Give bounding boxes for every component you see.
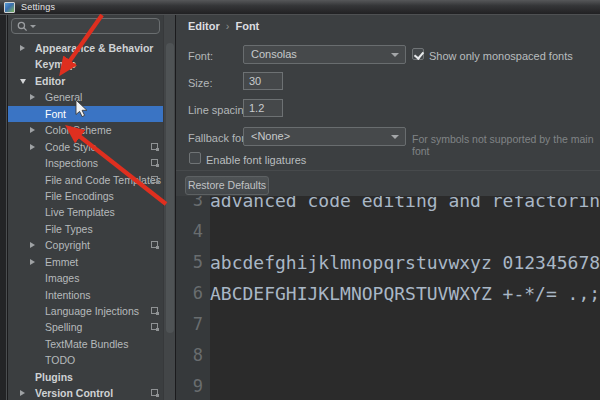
window-title: Settings [21,2,55,12]
settings-tree: Appearance & BehaviorKeymapEditorGeneral… [8,40,163,400]
sidebar-item-language-injections[interactable]: Language Injections [8,303,163,319]
editor-lines: 3advanced code editing and refactoring s… [176,196,600,400]
sidebar-item-copyright[interactable]: Copyright [8,237,163,253]
fallback-font-select[interactable]: <None> [243,127,406,146]
line-number: 6 [176,278,210,309]
sidebar-item-label: Editor [35,73,65,89]
sidebar-item-label: Color Scheme [45,122,112,138]
size-label: Size: [188,77,212,89]
sidebar-item-label: Appearance & Behavior [35,40,153,56]
tree-collapsed-icon[interactable] [30,259,35,265]
size-input[interactable]: 30 [243,72,283,90]
sidebar-item-keymap[interactable]: Keymap [8,56,163,72]
per-project-settings-icon [151,307,158,314]
restore-defaults-button[interactable]: Restore Defaults [185,176,269,195]
editor-line: 7 [176,309,600,340]
tree-collapsed-icon[interactable] [30,94,35,100]
tree-collapsed-icon[interactable] [30,127,35,133]
search-icon [17,21,28,32]
sidebar-item-label: Spelling [45,319,82,335]
sidebar-item-appearance-behavior[interactable]: Appearance & Behavior [8,40,163,56]
tree-collapsed-icon[interactable] [30,144,35,150]
show-monospaced-checkbox[interactable] [412,48,424,60]
per-project-settings-icon [151,176,158,183]
line-spacing-input[interactable]: 1.2 [243,99,283,117]
sidebar-item-label: TODO [45,352,75,368]
sidebar-item-label: Live Templates [45,204,115,220]
sidebar-item-label: File and Code Templates [45,172,161,188]
editor-line: 9 [176,371,600,400]
tree-collapsed-icon[interactable] [30,242,35,248]
line-text: ABCDEFGHIJKLMNOPQRSTUVWXYZ +-*/= .,;:!? … [210,283,600,304]
line-text: abcdefghijklmnopqrstuvwxyz 0123456789 ()… [210,252,600,273]
editor-line: 3advanced code editing and refactoring s… [176,196,600,216]
sidebar-scrollbar-thumb[interactable] [166,43,174,333]
settings-content-panel: Editor›Font Font: Consolas Show only mon… [176,15,600,400]
settings-window: Settings Appearance & BehaviorKeymapEdit… [0,0,600,400]
sidebar-item-font[interactable]: Font [8,106,163,122]
sidebar-item-label: Keymap [35,56,76,72]
sidebar-item-code-style[interactable]: Code Style [8,139,163,155]
sidebar-item-emmet[interactable]: Emmet [8,254,163,270]
sidebar-item-live-templates[interactable]: Live Templates [8,204,163,220]
sidebar-item-inspections[interactable]: Inspections [8,155,163,171]
breadcrumb-font: Font [235,20,259,32]
per-project-settings-icon [151,389,158,396]
sidebar-item-textmate-bundles[interactable]: TextMate Bundles [8,336,163,352]
font-ligatures-label[interactable]: Enable font ligatures [206,154,306,166]
per-project-settings-icon [151,241,158,248]
sidebar-item-file-encodings[interactable]: File Encodings [8,188,163,204]
sidebar-item-file-types[interactable]: File Types [8,221,163,237]
per-project-settings-icon [151,143,158,150]
sidebar-item-label: General [45,89,82,105]
window-left-border [0,15,7,400]
line-number: 8 [176,340,210,371]
sidebar-item-label: Version Control [35,385,113,400]
sidebar-item-label: Images [45,270,79,286]
sidebar-item-label: Code Style [45,139,96,155]
editor-line: 6ABCDEFGHIJKLMNOPQRSTUVWXYZ +-*/= .,;:!?… [176,278,600,309]
sidebar-item-file-and-code-templates[interactable]: File and Code Templates [8,172,163,188]
settings-window-icon [4,2,15,13]
sidebar-item-plugins[interactable]: Plugins [8,369,163,385]
font-family-value: Consolas [251,48,297,60]
sidebar-item-spelling[interactable]: Spelling [8,319,163,335]
font-ligatures-checkbox[interactable] [189,152,201,164]
line-number: 3 [176,196,210,216]
fallback-font-hint: For symbols not supported by the main fo… [412,133,600,157]
sidebar-item-label: Plugins [35,369,73,385]
fallback-font-value: <None> [251,130,290,142]
sidebar-item-todo[interactable]: TODO [8,352,163,368]
editor-line: 8 [176,340,600,371]
breadcrumb-editor[interactable]: Editor [188,20,220,32]
sidebar-item-label: File Types [45,221,93,237]
sidebar-item-label: Inspections [45,155,98,171]
tree-collapsed-icon[interactable] [20,45,25,51]
search-filter-caret-icon [30,25,36,28]
sidebar-item-color-scheme[interactable]: Color Scheme [8,122,163,138]
sidebar-item-label: Language Injections [45,303,139,319]
titlebar[interactable]: Settings [0,0,600,15]
sidebar-item-editor[interactable]: Editor [8,73,163,89]
tree-expanded-icon[interactable] [20,79,26,84]
font-family-select[interactable]: Consolas [243,45,406,64]
breadcrumb-separator: › [226,20,230,32]
line-text: advanced code editing and refactoring su… [210,196,600,211]
sidebar-item-label: TextMate Bundles [45,336,128,352]
sidebar-item-intentions[interactable]: Intentions [8,287,163,303]
tree-collapsed-icon[interactable] [20,390,25,396]
line-number: 4 [176,216,210,247]
editor-line: 4 [176,216,600,247]
sidebar-scrollbar[interactable] [163,15,175,400]
sidebar-item-version-control[interactable]: Version Control [8,385,163,400]
editor-line: 5abcdefghijklmnopqrstuvwxyz 0123456789 (… [176,247,600,278]
font-preview-editor[interactable]: 3advanced code editing and refactoring s… [176,196,600,400]
divider [176,170,600,171]
sidebar-item-images[interactable]: Images [8,270,163,286]
line-number: 7 [176,309,210,340]
show-monospaced-label[interactable]: Show only monospaced fonts [429,50,573,62]
sidebar-item-general[interactable]: General [8,89,163,105]
sidebar-item-label: File Encodings [45,188,114,204]
settings-search-input[interactable] [11,18,160,34]
breadcrumb: Editor›Font [188,20,259,32]
